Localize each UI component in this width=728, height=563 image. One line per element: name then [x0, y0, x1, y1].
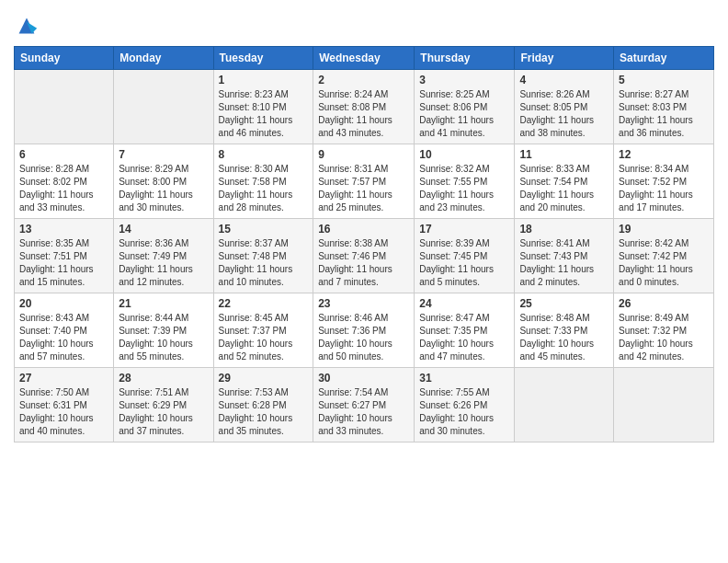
day-cell: 4Sunrise: 8:26 AMSunset: 8:05 PMDaylight…	[515, 70, 614, 144]
day-info: Sunrise: 7:54 AMSunset: 6:27 PMDaylight:…	[318, 386, 409, 438]
day-info: Sunrise: 8:41 AMSunset: 7:43 PMDaylight:…	[519, 237, 609, 289]
day-cell: 23Sunrise: 8:46 AMSunset: 7:36 PMDayligh…	[313, 293, 415, 368]
day-number: 6	[19, 148, 108, 161]
day-info: Sunrise: 8:27 AMSunset: 8:03 PMDaylight:…	[619, 88, 709, 140]
day-cell	[515, 368, 614, 442]
day-number: 20	[19, 297, 108, 310]
week-row-4: 27Sunrise: 7:50 AMSunset: 6:31 PMDayligh…	[15, 368, 714, 442]
day-cell: 28Sunrise: 7:51 AMSunset: 6:29 PMDayligh…	[114, 368, 213, 442]
day-number: 13	[19, 223, 108, 236]
day-info: Sunrise: 7:51 AMSunset: 6:29 PMDaylight:…	[119, 386, 208, 438]
day-info: Sunrise: 7:53 AMSunset: 6:28 PMDaylight:…	[219, 386, 309, 438]
day-info: Sunrise: 8:26 AMSunset: 8:05 PMDaylight:…	[519, 88, 609, 140]
day-cell: 24Sunrise: 8:47 AMSunset: 7:35 PMDayligh…	[415, 293, 515, 368]
day-info: Sunrise: 7:55 AMSunset: 6:26 PMDaylight:…	[419, 386, 509, 438]
page: SundayMondayTuesdayWednesdayThursdayFrid…	[0, 0, 728, 563]
day-number: 22	[219, 297, 309, 310]
day-info: Sunrise: 8:24 AMSunset: 8:08 PMDaylight:…	[318, 88, 409, 140]
day-cell: 1Sunrise: 8:23 AMSunset: 8:10 PMDaylight…	[213, 70, 313, 144]
day-info: Sunrise: 8:34 AMSunset: 7:52 PMDaylight:…	[619, 163, 709, 214]
day-cell: 10Sunrise: 8:32 AMSunset: 7:55 PMDayligh…	[415, 144, 515, 219]
week-row-0: 1Sunrise: 8:23 AMSunset: 8:10 PMDaylight…	[15, 70, 714, 144]
day-info: Sunrise: 8:44 AMSunset: 7:39 PMDaylight:…	[119, 312, 208, 363]
day-number: 11	[519, 148, 609, 161]
day-cell: 31Sunrise: 7:55 AMSunset: 6:26 PMDayligh…	[415, 368, 515, 442]
day-cell: 17Sunrise: 8:39 AMSunset: 7:45 PMDayligh…	[415, 219, 515, 293]
calendar-header: SundayMondayTuesdayWednesdayThursdayFrid…	[15, 47, 714, 70]
day-cell: 8Sunrise: 8:30 AMSunset: 7:58 PMDaylight…	[213, 144, 313, 219]
header-friday: Friday	[515, 47, 614, 70]
logo	[14, 13, 43, 39]
header-sunday: Sunday	[15, 47, 114, 70]
day-number: 26	[619, 297, 709, 310]
day-number: 2	[318, 74, 409, 86]
day-cell	[114, 70, 213, 144]
day-info: Sunrise: 8:38 AMSunset: 7:46 PMDaylight:…	[318, 237, 409, 289]
day-number: 31	[419, 372, 509, 385]
day-info: Sunrise: 8:49 AMSunset: 7:32 PMDaylight:…	[619, 312, 709, 363]
day-cell	[614, 368, 714, 442]
day-info: Sunrise: 8:25 AMSunset: 8:06 PMDaylight:…	[419, 88, 509, 140]
day-info: Sunrise: 8:36 AMSunset: 7:49 PMDaylight:…	[119, 237, 208, 289]
day-cell: 14Sunrise: 8:36 AMSunset: 7:49 PMDayligh…	[114, 219, 213, 293]
day-cell: 3Sunrise: 8:25 AMSunset: 8:06 PMDaylight…	[415, 70, 515, 144]
day-info: Sunrise: 8:47 AMSunset: 7:35 PMDaylight:…	[419, 312, 509, 363]
day-number: 18	[519, 223, 609, 236]
day-cell: 25Sunrise: 8:48 AMSunset: 7:33 PMDayligh…	[515, 293, 614, 368]
day-info: Sunrise: 8:32 AMSunset: 7:55 PMDaylight:…	[419, 163, 509, 214]
day-number: 29	[219, 372, 309, 385]
header	[14, 9, 714, 39]
header-wednesday: Wednesday	[313, 47, 415, 70]
day-cell: 21Sunrise: 8:44 AMSunset: 7:39 PMDayligh…	[114, 293, 213, 368]
calendar-table: SundayMondayTuesdayWednesdayThursdayFrid…	[14, 46, 714, 442]
day-cell: 7Sunrise: 8:29 AMSunset: 8:00 PMDaylight…	[114, 144, 213, 219]
day-number: 12	[619, 148, 709, 161]
day-info: Sunrise: 7:50 AMSunset: 6:31 PMDaylight:…	[19, 386, 108, 438]
day-number: 1	[219, 74, 309, 86]
day-number: 7	[119, 148, 208, 161]
day-info: Sunrise: 8:48 AMSunset: 7:33 PMDaylight:…	[519, 312, 609, 363]
header-tuesday: Tuesday	[213, 47, 313, 70]
day-cell: 16Sunrise: 8:38 AMSunset: 7:46 PMDayligh…	[313, 219, 415, 293]
day-number: 21	[119, 297, 208, 310]
day-cell: 2Sunrise: 8:24 AMSunset: 8:08 PMDaylight…	[313, 70, 415, 144]
day-cell: 18Sunrise: 8:41 AMSunset: 7:43 PMDayligh…	[515, 219, 614, 293]
day-cell: 27Sunrise: 7:50 AMSunset: 6:31 PMDayligh…	[15, 368, 114, 442]
day-cell: 11Sunrise: 8:33 AMSunset: 7:54 PMDayligh…	[515, 144, 614, 219]
day-info: Sunrise: 8:35 AMSunset: 7:51 PMDaylight:…	[19, 237, 108, 289]
day-number: 28	[119, 372, 208, 385]
calendar-body: 1Sunrise: 8:23 AMSunset: 8:10 PMDaylight…	[15, 70, 714, 442]
day-cell: 6Sunrise: 8:28 AMSunset: 8:02 PMDaylight…	[15, 144, 114, 219]
day-cell: 22Sunrise: 8:45 AMSunset: 7:37 PMDayligh…	[213, 293, 313, 368]
day-cell: 15Sunrise: 8:37 AMSunset: 7:48 PMDayligh…	[213, 219, 313, 293]
header-saturday: Saturday	[614, 47, 714, 70]
day-cell: 26Sunrise: 8:49 AMSunset: 7:32 PMDayligh…	[614, 293, 714, 368]
day-info: Sunrise: 8:31 AMSunset: 7:57 PMDaylight:…	[318, 163, 409, 214]
day-cell: 19Sunrise: 8:42 AMSunset: 7:42 PMDayligh…	[614, 219, 714, 293]
header-monday: Monday	[114, 47, 213, 70]
day-info: Sunrise: 8:37 AMSunset: 7:48 PMDaylight:…	[219, 237, 309, 289]
day-info: Sunrise: 8:33 AMSunset: 7:54 PMDaylight:…	[519, 163, 609, 214]
day-info: Sunrise: 8:46 AMSunset: 7:36 PMDaylight:…	[318, 312, 409, 363]
day-number: 30	[318, 372, 409, 385]
day-info: Sunrise: 8:30 AMSunset: 7:58 PMDaylight:…	[219, 163, 309, 214]
day-number: 10	[419, 148, 509, 161]
day-number: 23	[318, 297, 409, 310]
day-info: Sunrise: 8:28 AMSunset: 8:02 PMDaylight:…	[19, 163, 108, 214]
day-cell: 13Sunrise: 8:35 AMSunset: 7:51 PMDayligh…	[15, 219, 114, 293]
day-cell: 20Sunrise: 8:43 AMSunset: 7:40 PMDayligh…	[15, 293, 114, 368]
day-number: 9	[318, 148, 409, 161]
day-number: 24	[419, 297, 509, 310]
day-number: 25	[519, 297, 609, 310]
day-number: 14	[119, 223, 208, 236]
day-info: Sunrise: 8:29 AMSunset: 8:00 PMDaylight:…	[119, 163, 208, 214]
day-number: 5	[619, 74, 709, 86]
header-thursday: Thursday	[415, 47, 515, 70]
header-row: SundayMondayTuesdayWednesdayThursdayFrid…	[15, 47, 714, 70]
day-info: Sunrise: 8:43 AMSunset: 7:40 PMDaylight:…	[19, 312, 108, 363]
day-info: Sunrise: 8:42 AMSunset: 7:42 PMDaylight:…	[619, 237, 709, 289]
day-cell: 5Sunrise: 8:27 AMSunset: 8:03 PMDaylight…	[614, 70, 714, 144]
day-info: Sunrise: 8:45 AMSunset: 7:37 PMDaylight:…	[219, 312, 309, 363]
day-cell: 30Sunrise: 7:54 AMSunset: 6:27 PMDayligh…	[313, 368, 415, 442]
week-row-2: 13Sunrise: 8:35 AMSunset: 7:51 PMDayligh…	[15, 219, 714, 293]
